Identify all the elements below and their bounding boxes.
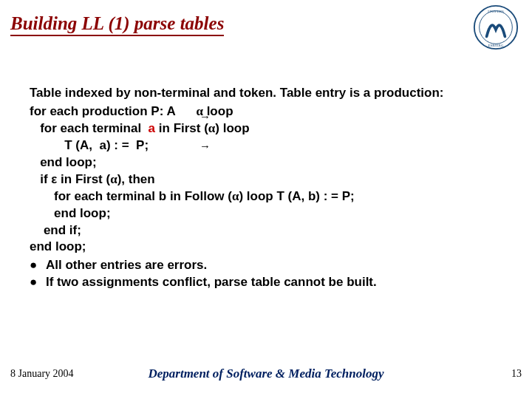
slide: UNIVERS ESBJERG Building LL (1) parse ta…: [0, 0, 532, 399]
arrow-icon: →: [200, 140, 211, 152]
arrow-icon: →: [200, 110, 211, 123]
bullet-text: If two assignments conflict, parse table…: [46, 274, 377, 291]
code-line-4: end loop;: [30, 155, 97, 169]
slide-body: Table indexed by non-terminal and token.…: [30, 85, 502, 291]
bullet-icon: ●: [30, 257, 46, 274]
code-line-2: for each terminal a in First (α) loop: [30, 121, 250, 135]
bullet-list: ● All other entries are errors. ● If two…: [30, 257, 502, 291]
footer-department: Department of Software & Media Technolog…: [0, 366, 532, 381]
university-seal-logo: UNIVERS ESBJERG: [473, 4, 519, 50]
bullet-text: All other entries are errors.: [46, 257, 207, 274]
list-item: ● All other entries are errors.: [30, 257, 502, 274]
code-line-9: end loop;: [30, 239, 86, 253]
svg-text:UNIVERS: UNIVERS: [488, 10, 504, 13]
list-item: ● If two assignments conflict, parse tab…: [30, 274, 502, 291]
intro-text: Table indexed by non-terminal and token.…: [30, 85, 502, 102]
svg-text:ESBJERG: ESBJERG: [488, 44, 504, 47]
algorithm-code: for each production P: A α loop for each…: [30, 103, 502, 256]
code-line-3: T (A, a) : = P;: [30, 138, 149, 152]
code-line-7: end loop;: [30, 206, 111, 220]
bullet-icon: ●: [30, 274, 46, 291]
code-line-5: if ε in First (α), then: [30, 172, 155, 186]
code-line-8: end if;: [30, 223, 81, 237]
slide-title: Building LL (1) parse tables: [10, 13, 224, 36]
footer-page-number: 13: [511, 368, 522, 380]
code-line-6: for each terminal b in Follow (α) loop T…: [30, 189, 355, 203]
